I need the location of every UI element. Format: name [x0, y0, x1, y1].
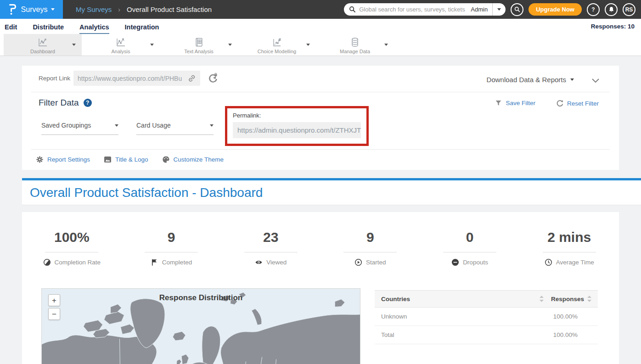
brand-label: Surveys	[21, 6, 48, 14]
map-title: Response Distribution	[42, 293, 360, 302]
top-bar: Surveys My Surveys › Overall Product Sat…	[0, 0, 641, 19]
breadcrumb-my-surveys[interactable]: My Surveys	[76, 6, 112, 13]
response-percentage: 100.00%	[553, 331, 578, 338]
chevron-down-icon	[570, 78, 574, 81]
collapse-panel-button[interactable]	[591, 77, 600, 85]
chevron-down-icon[interactable]	[228, 44, 232, 46]
report-link-url: https://www.questionpro.com/t/PHBu	[78, 75, 187, 82]
clock-icon	[545, 258, 552, 266]
responses-column-header[interactable]: Responses	[551, 296, 584, 302]
report-settings-button[interactable]: Report Settings	[36, 156, 90, 163]
responses-count: Responses: 10	[591, 23, 635, 30]
nav-item-analytics[interactable]: Analytics	[79, 20, 109, 33]
sort-icon[interactable]	[540, 296, 544, 302]
stats-row: 100% Completion Rate 9	[22, 212, 619, 266]
divider	[31, 149, 610, 150]
question-mark-icon: ?	[591, 6, 595, 13]
response-distribution-map: Response Distribution + −	[41, 288, 360, 364]
filter-help-button[interactable]: ?	[84, 99, 92, 107]
breadcrumb-current: Overall Product Satisfaction	[127, 6, 212, 13]
refresh-icon	[556, 100, 563, 107]
search-icon	[349, 6, 356, 13]
funnel-icon	[495, 100, 502, 106]
notifications-button[interactable]	[605, 3, 618, 16]
tab-text-analysis[interactable]: Text Analysis	[160, 34, 238, 56]
dashboard-panel: 100% Completion Rate 9	[22, 212, 619, 364]
chevron-down-icon	[115, 124, 118, 127]
title-logo-button[interactable]: Title & Logo	[104, 156, 148, 163]
customize-theme-button[interactable]: Customize Theme	[162, 156, 224, 163]
nav-item-distribute[interactable]: Distribute	[33, 20, 64, 33]
document-grid-icon	[193, 37, 204, 48]
nav-item-integration[interactable]: Integration	[125, 20, 159, 33]
tab-analysis[interactable]: Analysis	[82, 34, 160, 56]
divider	[31, 92, 610, 92]
questionpro-logo-icon	[8, 3, 17, 16]
breadcrumb-separator: ›	[118, 6, 120, 13]
chevron-down-icon[interactable]	[150, 44, 154, 46]
user-avatar[interactable]: RS	[623, 3, 635, 16]
breadcrumb: My Surveys › Overall Product Satisfactio…	[76, 6, 212, 13]
page-title: Overall Product Satisfaction - Dashboard	[22, 180, 641, 200]
table-row-total: Total 100.00%	[375, 326, 598, 344]
upgrade-now-button[interactable]: Upgrade Now	[529, 3, 582, 16]
country-name: Total	[381, 331, 394, 338]
gear-icon	[36, 156, 44, 163]
country-name: Unknown	[381, 313, 407, 320]
minus-circle-icon	[451, 258, 459, 266]
tab-dashboard[interactable]: Dashboard	[4, 34, 82, 56]
countries-column-header[interactable]: Countries	[381, 296, 410, 302]
report-link-field[interactable]: https://www.questionpro.com/t/PHBu	[73, 71, 200, 86]
flag-icon	[151, 258, 158, 266]
play-circle-icon	[354, 258, 362, 266]
countries-table: Countries Responses Unknown 100.00% Tota…	[375, 290, 598, 344]
stat-viewed: 23 Viewed	[221, 230, 320, 266]
analysis-chart-icon	[115, 37, 126, 48]
surveys-menu-button[interactable]: Surveys	[0, 0, 63, 19]
stat-completed: 9 Completed	[122, 230, 221, 266]
search-button[interactable]	[511, 3, 523, 16]
filter-data-heading: Filter Data ?	[39, 98, 92, 108]
link-icon[interactable]	[187, 74, 196, 83]
stat-started: 9 Started	[320, 230, 420, 266]
map-zoom-in-button[interactable]: +	[48, 294, 60, 306]
report-title-band: Overall Product Satisfaction - Dashboard	[22, 180, 641, 205]
table-header: Countries Responses	[375, 290, 598, 308]
stat-completion-rate: 100% Completion Rate	[22, 230, 122, 266]
chevron-down-icon	[51, 8, 55, 11]
global-search-input[interactable]	[359, 6, 471, 13]
help-button[interactable]: ?	[587, 3, 600, 16]
reset-filter-button[interactable]: Reset Filter	[556, 100, 599, 107]
permalink-url-field[interactable]: https://admin.questionpro.com/t/ZTHXJTZj	[233, 122, 361, 138]
questionpro-analytics-dashboard: Surveys My Surveys › Overall Product Sat…	[0, 0, 641, 364]
card-usage-dropdown[interactable]: Card Usage	[136, 122, 214, 135]
saved-groupings-dropdown[interactable]: Saved Groupings	[41, 122, 118, 135]
half-circle-icon	[43, 258, 51, 266]
secure-report-button[interactable]	[208, 73, 218, 85]
permalink-label: Permalink:	[233, 112, 361, 119]
analytics-tab-strip: Dashboard Analysis Text Analysis	[0, 34, 641, 56]
chevron-down-icon[interactable]	[384, 44, 388, 46]
report-footer-actions: Report Settings Title & Logo Customize T…	[36, 156, 224, 163]
save-filter-button[interactable]: Save Filter	[495, 100, 535, 106]
download-data-reports-menu[interactable]: Download Data & Reports	[487, 76, 574, 84]
chevron-down-icon[interactable]	[306, 44, 310, 46]
map-zoom-out-button[interactable]: −	[48, 308, 60, 320]
nav-item-edit[interactable]: Edit	[5, 20, 17, 33]
map-zoom-controls: + −	[48, 294, 60, 320]
permalink-highlight-box: Permalink: https://admin.questionpro.com…	[225, 106, 369, 146]
report-link-label: Report Link	[39, 71, 70, 86]
sort-icon[interactable]	[587, 296, 591, 302]
tab-manage-data[interactable]: Manage Data	[316, 34, 394, 56]
search-scope-dropdown[interactable]	[492, 3, 506, 16]
avatar-initials: RS	[625, 6, 633, 13]
palette-icon	[162, 156, 170, 163]
stat-dropouts: 0 Dropouts	[420, 230, 520, 266]
chevron-down-icon	[497, 8, 501, 11]
scatter-chart-icon	[271, 37, 282, 48]
tab-choice-modelling[interactable]: Choice Modelling	[238, 34, 316, 56]
chevron-down-icon[interactable]	[72, 44, 76, 46]
chevron-down-icon	[591, 78, 600, 83]
table-row: Unknown 100.00%	[375, 308, 598, 326]
bell-icon	[608, 6, 614, 13]
